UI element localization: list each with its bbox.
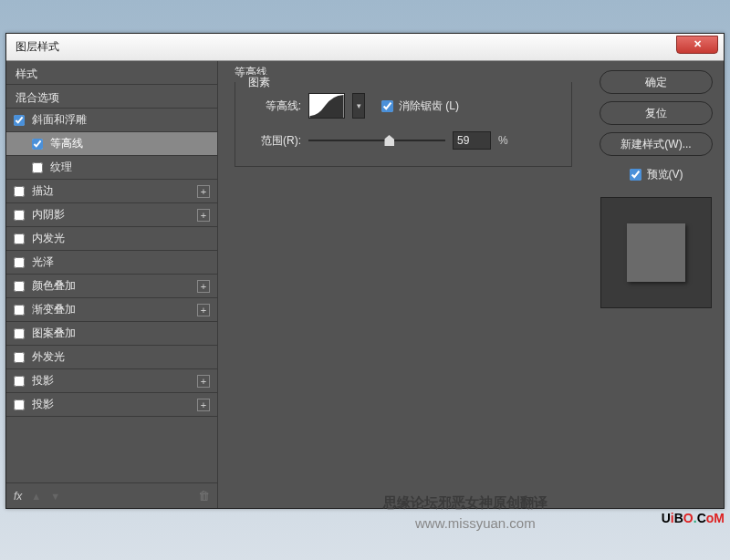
style-item-color-overlay[interactable]: 颜色叠加 + <box>6 275 217 298</box>
layer-style-dialog: 图层样式 ✕ 样式 混合选项 斜面和浮雕 等高线 纹理 描边 + <box>5 33 725 509</box>
right-panel: 确定 复位 新建样式(W)... 预览(V) <box>589 61 724 508</box>
add-icon[interactable]: + <box>197 399 210 411</box>
style-label: 描边 <box>32 183 54 199</box>
styles-footer: fx ▲ ▼ 🗑 <box>6 482 217 508</box>
checkbox-texture[interactable] <box>32 162 43 173</box>
contour-picker[interactable] <box>308 93 345 119</box>
titlebar[interactable]: 图层样式 ✕ <box>6 34 724 61</box>
slider-thumb[interactable] <box>384 135 394 146</box>
checkbox-inner-glow[interactable] <box>14 233 25 244</box>
window-title: 图层样式 <box>6 39 59 55</box>
style-item-satin[interactable]: 光泽 <box>6 251 217 275</box>
checkbox-outer-glow[interactable] <box>14 352 25 363</box>
style-label: 斜面和浮雕 <box>32 112 87 128</box>
style-item-pattern-overlay[interactable]: 图案叠加 <box>6 322 217 346</box>
add-icon[interactable]: + <box>197 185 210 198</box>
settings-panel: 等高线 图素 等高线: ▾ 消除锯齿 (L) <box>218 61 589 508</box>
checkbox-bevel[interactable] <box>14 115 25 126</box>
range-input[interactable] <box>453 131 491 150</box>
watermark-text-2: www.missyuan.com <box>415 515 536 531</box>
group-title: 等高线 <box>235 65 572 80</box>
range-unit: % <box>498 134 508 147</box>
arrow-up-icon[interactable]: ▲ <box>31 491 41 502</box>
style-item-inner-glow[interactable]: 内发光 <box>6 227 217 251</box>
slider-track <box>308 140 445 141</box>
style-item-stroke[interactable]: 描边 + <box>6 180 217 203</box>
preview-swatch <box>627 223 685 282</box>
checkbox-inner-shadow[interactable] <box>14 210 25 221</box>
range-slider[interactable] <box>308 134 445 147</box>
style-label: 内发光 <box>32 231 65 246</box>
preview-option[interactable]: 预览(V) <box>600 167 713 182</box>
antialias-checkbox[interactable] <box>381 100 393 112</box>
style-label: 外发光 <box>32 349 65 365</box>
new-style-button[interactable]: 新建样式(W)... <box>600 132 713 156</box>
style-label: 颜色叠加 <box>32 278 76 294</box>
checkbox-gradient-overlay[interactable] <box>14 305 25 316</box>
style-item-outer-glow[interactable]: 外发光 <box>6 346 217 369</box>
style-label: 投影 <box>32 373 54 389</box>
watermark-text-1: 思缘论坛邪恶女神原创翻译 <box>383 494 548 512</box>
checkbox-stroke[interactable] <box>14 186 25 197</box>
contour-dropdown[interactable]: ▾ <box>352 93 365 119</box>
styles-panel: 样式 混合选项 斜面和浮雕 等高线 纹理 描边 + 内阴影 <box>6 61 218 508</box>
style-label: 等高线 <box>50 136 83 151</box>
antialias-option[interactable]: 消除锯齿 (L) <box>381 99 459 114</box>
range-label: 范围(R): <box>248 133 301 149</box>
style-item-drop-shadow-2[interactable]: 投影 + <box>6 393 217 417</box>
close-icon: ✕ <box>694 38 702 50</box>
style-item-inner-shadow[interactable]: 内阴影 + <box>6 203 217 227</box>
add-icon[interactable]: + <box>197 209 210 222</box>
add-icon[interactable]: + <box>197 375 210 388</box>
style-label: 纹理 <box>50 160 72 175</box>
style-label: 投影 <box>32 397 54 412</box>
checkbox-drop-shadow-1[interactable] <box>14 376 25 387</box>
fx-icon[interactable]: fx <box>14 490 22 503</box>
style-item-bevel[interactable]: 斜面和浮雕 <box>6 109 217 132</box>
style-label: 光泽 <box>32 254 54 270</box>
reset-button[interactable]: 复位 <box>600 101 713 125</box>
antialias-label: 消除锯齿 (L) <box>399 99 459 114</box>
preview-label: 预览(V) <box>647 167 683 182</box>
style-item-drop-shadow-1[interactable]: 投影 + <box>6 369 217 393</box>
style-label: 图案叠加 <box>32 326 76 341</box>
ok-button[interactable]: 确定 <box>600 70 713 94</box>
dialog-body: 样式 混合选项 斜面和浮雕 等高线 纹理 描边 + 内阴影 <box>6 61 724 508</box>
contour-label: 等高线: <box>248 99 301 114</box>
checkbox-contour[interactable] <box>32 139 43 150</box>
blend-options[interactable]: 混合选项 <box>6 85 217 109</box>
chevron-down-icon: ▾ <box>357 101 361 110</box>
add-icon[interactable]: + <box>197 304 210 316</box>
fieldset-legend: 图素 <box>245 75 274 90</box>
element-fieldset: 图素 等高线: ▾ 消除锯齿 (L) 范围(R): <box>235 82 572 167</box>
styles-header[interactable]: 样式 <box>6 61 217 85</box>
add-icon[interactable]: + <box>197 280 210 293</box>
close-button[interactable]: ✕ <box>676 36 718 54</box>
arrow-down-icon[interactable]: ▼ <box>50 491 60 502</box>
checkbox-drop-shadow-2[interactable] <box>14 399 25 410</box>
watermark-logo: UiBO.CoM <box>662 511 725 525</box>
style-item-texture[interactable]: 纹理 <box>6 156 217 180</box>
range-row: 范围(R): % <box>248 131 558 150</box>
checkbox-satin[interactable] <box>14 257 25 268</box>
style-label: 渐变叠加 <box>32 302 76 317</box>
checkbox-pattern-overlay[interactable] <box>14 328 25 339</box>
checkbox-color-overlay[interactable] <box>14 281 25 292</box>
contour-row: 等高线: ▾ 消除锯齿 (L) <box>248 93 558 119</box>
preview-box <box>600 197 712 308</box>
style-label: 内阴影 <box>32 207 65 223</box>
style-item-gradient-overlay[interactable]: 渐变叠加 + <box>6 298 217 322</box>
trash-icon[interactable]: 🗑 <box>198 489 210 503</box>
style-item-contour[interactable]: 等高线 <box>6 132 217 156</box>
preview-checkbox[interactable] <box>630 169 641 181</box>
